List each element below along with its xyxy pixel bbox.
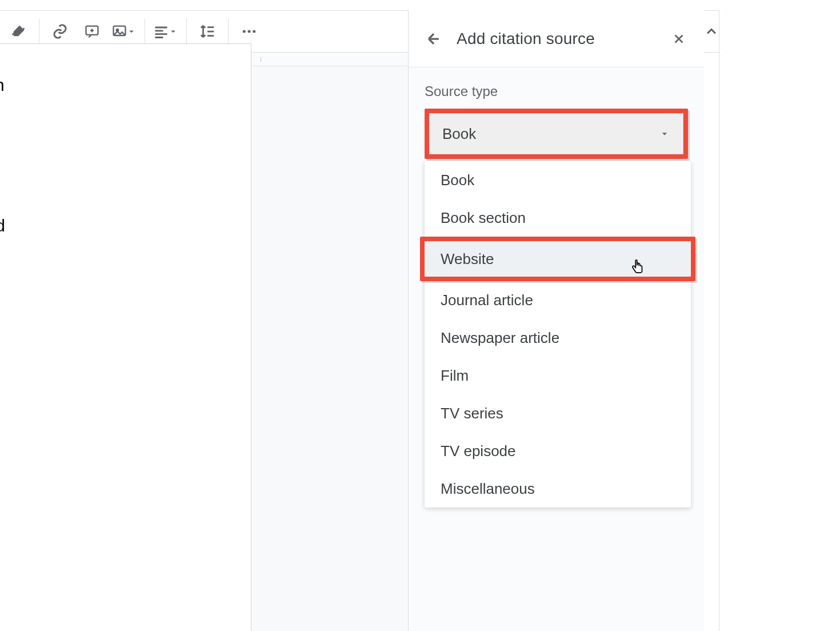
more-button[interactable] bbox=[235, 18, 263, 45]
right-rail bbox=[719, 10, 727, 631]
line-spacing-icon bbox=[199, 23, 216, 40]
source-type-option[interactable]: Book bbox=[425, 161, 691, 199]
link-icon bbox=[51, 23, 69, 40]
svg-point-3 bbox=[243, 30, 246, 33]
source-type-option[interactable]: Book section bbox=[425, 199, 691, 237]
insert-image-button[interactable] bbox=[110, 18, 138, 45]
align-left-icon bbox=[153, 23, 169, 39]
line-spacing-button[interactable] bbox=[194, 18, 221, 45]
panel-title: Add citation source bbox=[457, 30, 656, 48]
document-canvas: Also, you can train me from here. platfo… bbox=[0, 66, 408, 631]
insert-link-button[interactable] bbox=[46, 18, 74, 45]
image-icon bbox=[111, 23, 127, 39]
svg-point-4 bbox=[248, 30, 251, 33]
chevron-down-icon bbox=[126, 26, 137, 37]
align-button[interactable] bbox=[152, 18, 179, 45]
ruler-tick bbox=[261, 53, 261, 62]
source-type-option[interactable]: Newspaper article bbox=[425, 319, 691, 357]
source-type-option[interactable]: Website bbox=[425, 241, 691, 277]
add-comment-icon bbox=[84, 23, 100, 39]
source-type-dropdown: BookBook sectionWebsiteJournal articleNe… bbox=[425, 161, 691, 508]
toolbar-separator bbox=[228, 19, 229, 44]
source-type-select-highlight: Book bbox=[425, 109, 688, 159]
svg-point-5 bbox=[253, 30, 255, 33]
citation-panel: Add citation source Source type Book Boo… bbox=[408, 10, 704, 631]
doc-text-line: how to add code bbox=[0, 263, 228, 287]
doc-text-line: e doc is a bbox=[0, 238, 228, 263]
chevron-down-icon bbox=[659, 128, 670, 139]
source-type-option[interactable]: Film bbox=[425, 357, 691, 394]
doc-text-line: Also, you can train bbox=[0, 73, 228, 97]
more-horizontal-icon bbox=[241, 23, 258, 40]
source-type-option[interactable]: TV episode bbox=[425, 432, 691, 470]
doc-text-line: me from here. bbox=[0, 97, 228, 122]
source-type-label: Source type bbox=[425, 83, 688, 99]
toolbar-separator bbox=[186, 19, 187, 44]
back-button[interactable] bbox=[421, 26, 446, 51]
document-page[interactable]: Also, you can train me from here. platfo… bbox=[0, 43, 251, 631]
paint-format-button[interactable] bbox=[5, 18, 32, 45]
source-type-option[interactable]: TV series bbox=[425, 394, 691, 432]
paint-format-icon bbox=[10, 23, 26, 39]
toolbar-separator bbox=[145, 19, 145, 44]
chevron-down-icon bbox=[168, 26, 178, 37]
panel-body: Source type Book BookBook sectionWebsite… bbox=[409, 67, 704, 631]
source-type-select-value: Book bbox=[442, 125, 476, 143]
close-button[interactable] bbox=[666, 26, 691, 51]
doc-text-line: platform IDE| used bbox=[0, 213, 228, 238]
add-comment-button[interactable] bbox=[78, 18, 106, 45]
close-icon bbox=[671, 31, 686, 46]
chevron-up-icon bbox=[703, 23, 719, 39]
toolbar-separator bbox=[39, 19, 39, 44]
source-type-option[interactable]: Miscellaneous bbox=[425, 470, 691, 508]
source-type-option[interactable]: Journal article bbox=[425, 281, 691, 319]
source-type-option-highlight: Website bbox=[420, 237, 695, 281]
source-type-select[interactable]: Book bbox=[429, 113, 683, 154]
arrow-left-icon bbox=[425, 30, 442, 47]
panel-header: Add citation source bbox=[409, 10, 704, 67]
